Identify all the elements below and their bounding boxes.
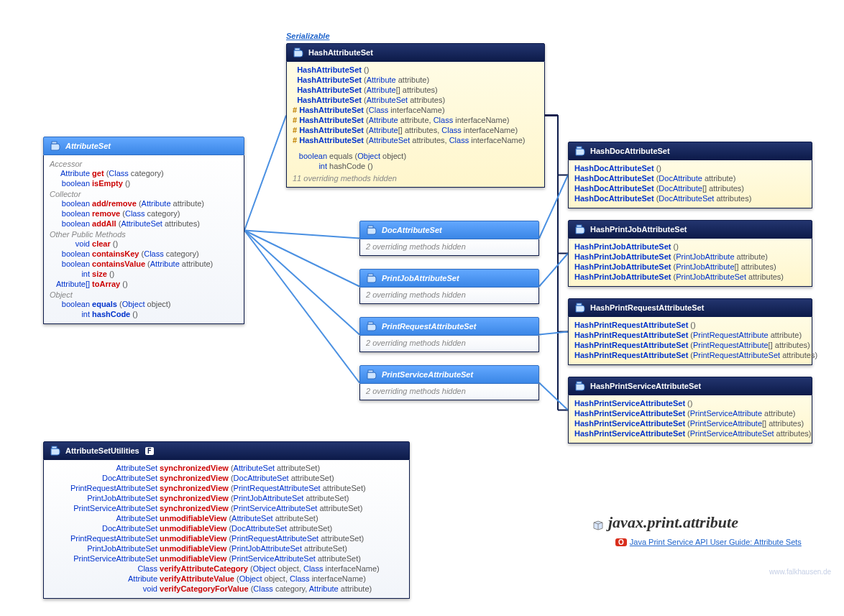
method-row[interactable]: PrintRequestAttributeSet synchronizedVie… — [50, 483, 403, 493]
constructor-row[interactable]: HashDocAttributeSet () — [574, 163, 806, 173]
method-row[interactable]: boolean isEmpty () — [50, 178, 238, 188]
method-row[interactable]: boolean add/remove (Attribute attribute) — [50, 198, 238, 208]
svg-rect-25 — [368, 322, 373, 324]
method-row[interactable]: Attribute[] toArray () — [50, 279, 238, 289]
method-row[interactable]: int size () — [50, 269, 238, 279]
class-body: 2 overriding methods hidden — [359, 288, 539, 304]
class-header[interactable]: AttributeSet — [43, 137, 244, 155]
constructor-row[interactable]: HashPrintRequestAttributeSet (PrintReque… — [574, 330, 806, 340]
method-row[interactable]: boolean addAll (AttributeSet attributes) — [50, 219, 238, 229]
class-box-hashattributeset: HashAttributeSet HashAttributeSet () Has… — [286, 43, 545, 188]
method-row[interactable]: DocAttributeSet synchronizedView (DocAtt… — [50, 473, 403, 483]
constructor-row[interactable]: HashPrintJobAttributeSet (PrintJobAttrib… — [574, 252, 806, 262]
class-header[interactable]: AttributeSetUtilities F — [43, 441, 410, 460]
class-title: HashPrintJobAttributeSet — [590, 225, 687, 234]
class-body: 2 overriding methods hidden — [359, 336, 539, 352]
method-row[interactable]: boolean containsKey (Class category) — [50, 249, 238, 259]
constructor-row[interactable]: HashPrintServiceAttributeSet () — [574, 398, 806, 408]
hidden-methods-note: 11 overriding methods hidden — [293, 174, 538, 183]
class-icon — [574, 224, 586, 235]
svg-rect-23 — [368, 226, 373, 228]
class-icon — [574, 302, 586, 313]
interface-icon — [50, 140, 61, 152]
method-row[interactable]: Attribute verifyAttributeValue (Object o… — [50, 574, 403, 584]
svg-rect-22 — [295, 48, 300, 50]
svg-line-3 — [244, 231, 359, 335]
method-row[interactable]: boolean containsValue (Attribute attribu… — [50, 259, 238, 269]
constructor-row[interactable]: HashPrintJobAttributeSet () — [574, 242, 806, 252]
package-icon — [592, 517, 604, 528]
class-header[interactable]: PrintRequestAttributeSet — [359, 317, 539, 336]
class-header[interactable]: HashPrintRequestAttributeSet — [568, 298, 812, 317]
constructor-row[interactable]: HashPrintRequestAttributeSet () — [574, 320, 806, 330]
class-header[interactable]: HashAttributeSet — [286, 43, 545, 62]
constructor-row[interactable]: HashPrintRequestAttributeSet (PrintReque… — [574, 340, 806, 350]
hidden-methods-note: 2 overriding methods hidden — [366, 290, 533, 299]
method-row[interactable]: boolean equals (Object object) — [50, 299, 238, 309]
constructor-row[interactable]: HashPrintServiceAttributeSet (PrintServi… — [574, 428, 806, 438]
class-box-attributesetutilities: AttributeSetUtilities F AttributeSet syn… — [43, 441, 410, 599]
section-label: Accessor — [50, 160, 238, 168]
constructor-row[interactable]: # HashAttributeSet (AttributeSet attribu… — [293, 135, 538, 145]
class-header[interactable]: HashPrintJobAttributeSet — [568, 220, 812, 239]
class-icon — [574, 380, 586, 392]
method-row[interactable]: DocAttributeSet unmodifiableView (DocAtt… — [50, 523, 403, 533]
class-box-hashprintserviceattributeset: HashPrintServiceAttributeSetHashPrintSer… — [568, 377, 812, 443]
method-row[interactable]: AttributeSet synchronizedView (Attribute… — [50, 463, 403, 473]
constructor-row[interactable]: # HashAttributeSet (Class interfaceName) — [293, 105, 538, 115]
method-row[interactable]: PrintServiceAttributeSet unmodifiableVie… — [50, 553, 403, 564]
method-row[interactable]: void verifyCategoryForValue (Class categ… — [50, 584, 403, 594]
class-box-hashprintjobattributeset: HashPrintJobAttributeSetHashPrintJobAttr… — [568, 220, 812, 287]
constructor-row[interactable]: HashPrintServiceAttributeSet (PrintServi… — [574, 408, 806, 418]
svg-line-20 — [539, 383, 568, 410]
serializable-label[interactable]: Serializable — [286, 32, 330, 40]
constructor-row[interactable]: # HashAttributeSet (Attribute attribute,… — [293, 115, 538, 125]
package-label: javax.print.attribute — [608, 513, 738, 532]
class-header[interactable]: HashDocAttributeSet — [568, 142, 812, 160]
guide-link-label: Java Print Service API User Guide: Attri… — [630, 538, 802, 546]
constructor-row[interactable]: # HashAttributeSet (Attribute[] attribut… — [293, 125, 538, 135]
method-row[interactable]: int hashCode () — [50, 309, 238, 319]
svg-rect-28 — [577, 225, 582, 227]
class-body: HashPrintRequestAttributeSet ()HashPrint… — [568, 317, 812, 365]
method-row[interactable]: void clear () — [50, 239, 238, 249]
constructor-row[interactable]: HashDocAttributeSet (DocAttribute attrib… — [574, 173, 806, 183]
svg-rect-31 — [52, 446, 57, 449]
method-row[interactable]: Attribute get (Class category) — [50, 168, 238, 178]
constructor-row[interactable]: HashPrintJobAttributeSet (PrintJobAttrib… — [574, 272, 806, 282]
method-row[interactable]: PrintServiceAttributeSet synchronizedVie… — [50, 503, 403, 513]
class-header[interactable]: PrintJobAttributeSet — [359, 269, 539, 288]
class-icon — [574, 145, 586, 157]
constructor-row[interactable]: HashDocAttributeSet (DocAttributeSet att… — [574, 193, 806, 203]
constructor-row[interactable]: HashPrintJobAttributeSet (PrintJobAttrib… — [574, 262, 806, 272]
method-row[interactable]: Class verifyAttributeCategory (Object ob… — [50, 564, 403, 574]
constructor-row[interactable]: HashAttributeSet () — [293, 65, 538, 75]
class-header[interactable]: DocAttributeSet — [359, 221, 539, 239]
svg-line-4 — [244, 231, 359, 383]
constructor-row[interactable]: HashPrintServiceAttributeSet (PrintServi… — [574, 418, 806, 428]
svg-rect-27 — [577, 147, 582, 149]
guide-link[interactable]: OJava Print Service API User Guide: Attr… — [615, 538, 802, 546]
section-label: Other Public Methods — [50, 230, 238, 239]
method-row[interactable]: PrintJobAttributeSet synchronizedView (P… — [50, 493, 403, 503]
constructor-row[interactable]: HashDocAttributeSet (DocAttribute[] attr… — [574, 183, 806, 193]
class-icon — [50, 445, 61, 456]
interface-icon — [366, 321, 377, 332]
class-title: HashPrintServiceAttributeSet — [590, 382, 701, 390]
class-header[interactable]: PrintServiceAttributeSet — [359, 365, 539, 384]
method-row[interactable]: AttributeSet unmodifiableView (Attribute… — [50, 513, 403, 523]
method-row[interactable]: boolean equals (Object object) — [293, 151, 538, 161]
method-row[interactable]: boolean remove (Class category) — [50, 208, 238, 219]
class-title: PrintServiceAttributeSet — [382, 370, 473, 379]
constructor-row[interactable]: HashPrintRequestAttributeSet (PrintReque… — [574, 350, 806, 360]
constructor-row[interactable]: HashAttributeSet (AttributeSet attribute… — [293, 95, 538, 105]
method-row[interactable]: int hashCode () — [293, 161, 538, 171]
class-title: PrintRequestAttributeSet — [382, 322, 476, 331]
constructor-row[interactable]: HashAttributeSet (Attribute[] attributes… — [293, 85, 538, 95]
section-label: Collector — [50, 190, 238, 198]
class-header[interactable]: HashPrintServiceAttributeSet — [568, 377, 812, 395]
method-row[interactable]: PrintJobAttributeSet unmodifiableView (P… — [50, 543, 403, 553]
method-row[interactable]: PrintRequestAttributeSet unmodifiableVie… — [50, 533, 403, 543]
constructor-row[interactable]: HashAttributeSet (Attribute attribute) — [293, 75, 538, 85]
class-title: HashPrintRequestAttributeSet — [590, 303, 704, 312]
